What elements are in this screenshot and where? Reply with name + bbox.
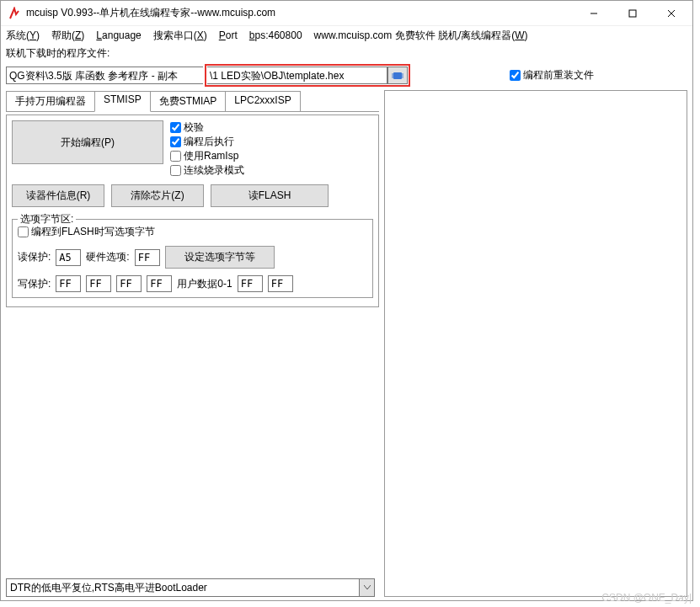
runafter-checkbox[interactable]: 编程后执行 [170,135,244,149]
tab-stmiap[interactable]: 免费STMIAP [150,91,227,111]
hwopt-input[interactable] [135,249,160,266]
tab-stmisp[interactable]: STMISP [94,91,151,112]
menu-language[interactable]: Language [96,29,141,41]
hwopt-label: 硬件选项: [86,250,129,264]
file-row: QG资料\3.5版 库函数 参考程序 - 副本 \1 LED实验\OBJ\tem… [6,64,687,87]
svg-rect-1 [629,10,636,17]
window-controls [574,1,691,26]
combo-drop-button[interactable] [360,578,375,597]
userdata-label: 用户数据0-1 [177,277,232,291]
option-byte-group: 选项字节区: 编程到FLASH时写选项字节 读保护: 硬件选项: 设定选项字节等… [12,219,373,298]
browse-button[interactable] [387,67,408,84]
app-icon [8,7,21,20]
tab-lpc[interactable]: LPC2xxxISP [225,91,300,111]
erase-button[interactable]: 清除芯片(Z) [111,184,204,207]
contburn-checkbox[interactable]: 连续烧录模式 [170,163,244,178]
titlebar: mcuisp V0.993--单片机在线编程专家--www.mcuisp.com [1,1,692,26]
reload-checkbox-input[interactable] [510,70,521,81]
start-program-button[interactable]: 开始编程(P) [12,120,163,164]
window-title: mcuisp V0.993--单片机在线编程专家--www.mcuisp.com [26,6,574,20]
svg-rect-4 [393,72,402,79]
wp-input-4[interactable] [147,275,172,292]
reload-label: 编程前重装文件 [523,68,594,83]
menu-site[interactable]: www.mcuisp.com 免费软件 脱机/离线编程器(W) [314,29,528,43]
tab-body: 开始编程(P) 校验 编程后执行 使用RamIsp 连续烧录模式 读器件信息(R… [6,114,379,307]
writeopt-checkbox[interactable]: 编程到FLASH时写选项字节 [18,225,367,239]
wp-input-3[interactable] [116,275,142,292]
menu-port[interactable]: Port [219,29,238,41]
bottom-combo-row [6,578,379,597]
menu-help[interactable]: 帮助(Z) [51,29,84,43]
chip-icon [392,71,403,81]
menu-bps[interactable]: bps:460800 [249,29,302,41]
main-columns: 手持万用编程器 STMISP 免费STMIAP LPC2xxxISP 开始编程(… [6,90,687,597]
ramisp-checkbox[interactable]: 使用RamIsp [170,149,244,163]
menu-system[interactable]: 系统(Y) [6,29,40,43]
content: 联机下载时的程序文件: QG资料\3.5版 库函数 参考程序 - 副本 \1 L… [1,45,692,600]
tabs: 手持万用编程器 STMISP 免费STMIAP LPC2xxxISP [6,91,379,112]
ud-input-1[interactable] [238,275,263,292]
file-path-left[interactable]: QG资料\3.5版 库函数 参考程序 - 副本 [6,67,203,84]
menu-search-port[interactable]: 搜索串口(X) [153,29,207,43]
app-window: mcuisp V0.993--单片机在线编程专家--www.mcuisp.com… [0,0,693,601]
menubar: 系统(Y) 帮助(Z) Language 搜索串口(X) Port bps:46… [1,26,692,45]
verify-checkbox[interactable]: 校验 [170,120,244,135]
readinfo-button[interactable]: 读器件信息(R) [12,184,104,207]
watermark: CSDN @ONE_Day| [601,592,692,604]
writeprotect-label: 写保护: [18,277,51,291]
left-pane: 手持万用编程器 STMISP 免费STMIAP LPC2xxxISP 开始编程(… [6,90,379,597]
tab-handheld[interactable]: 手持万用编程器 [6,91,95,111]
file-label: 联机下载时的程序文件: [6,46,687,61]
close-button[interactable] [652,1,691,26]
highlight-box: \1 LED实验\OBJ\template.hex [205,64,410,87]
wp-input-2[interactable] [86,275,111,292]
ud-input-2[interactable] [268,275,293,292]
mode-combo[interactable] [6,578,360,597]
maximize-button[interactable] [613,1,652,26]
setoption-button[interactable]: 设定选项字节等 [165,246,275,269]
file-path-right[interactable]: \1 LED实验\OBJ\template.hex [207,67,387,84]
wp-input-1[interactable] [56,275,81,292]
minimize-button[interactable] [574,1,613,26]
reload-checkbox[interactable]: 编程前重装文件 [510,68,594,83]
readflash-button[interactable]: 读FLASH [211,184,329,207]
group-legend: 选项字节区: [18,212,76,226]
readprotect-input[interactable] [56,249,81,266]
chevron-down-icon [364,585,371,590]
log-pane[interactable] [384,90,687,597]
readprotect-label: 读保护: [18,250,51,264]
